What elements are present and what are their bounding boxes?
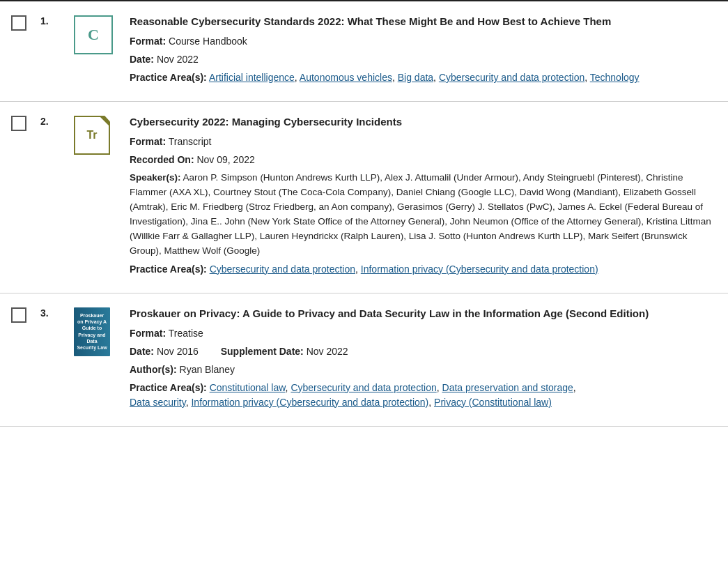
- date-value-3: Nov 2016: [157, 346, 199, 357]
- practice-link[interactable]: Cybersecurity and data protection: [439, 72, 584, 83]
- practice-link[interactable]: Information privacy (Cybersecurity and d…: [361, 264, 598, 275]
- checkbox-3[interactable]: [11, 307, 26, 323]
- result-item-1: 1. C Reasonable Cybersecurity Standards …: [0, 1, 728, 102]
- result-list: 1. C Reasonable Cybersecurity Standards …: [0, 0, 728, 427]
- date-row-1: Date: Nov 2022: [130, 52, 717, 67]
- practice-links-2: Cybersecurity and data protection, Infor…: [210, 264, 598, 275]
- practice-link[interactable]: Cybersecurity and data protection: [210, 264, 355, 275]
- format-row-3: Format: Treatise: [130, 326, 717, 341]
- format-row-1: Format: Course Handbook: [130, 34, 717, 49]
- icon-area-2: Tr: [74, 114, 121, 155]
- icon-area-3: Proskauer on Privacy A Guide to Privacy …: [74, 306, 121, 356]
- content-area-3: Proskauer on Privacy: A Guide to Privacy…: [130, 306, 717, 413]
- treatise-icon: Proskauer on Privacy A Guide to Privacy …: [74, 307, 110, 356]
- recorded-value: Nov 09, 2022: [196, 154, 254, 165]
- speakers-value: Aaron P. Simpson (Hunton Andrews Kurth L…: [130, 172, 711, 256]
- format-label-1: Format:: [130, 36, 166, 47]
- supplement-label: Supplement Date:: [221, 346, 304, 357]
- supplement-value: Nov 2022: [307, 346, 348, 357]
- item-number-3: 3.: [40, 306, 65, 319]
- practice-link[interactable]: Privacy (Constitutional law): [434, 397, 552, 408]
- practice-links-1: Artificial intelligence, Autonomous vehi…: [209, 72, 640, 83]
- practice-label-3: Practice Area(s):: [130, 382, 207, 393]
- item-title-3: Proskauer on Privacy: A Guide to Privacy…: [130, 306, 717, 321]
- practice-link[interactable]: Data preservation and storage: [442, 382, 573, 393]
- recorded-label: Recorded On:: [130, 154, 194, 165]
- practice-label-1: Practice Area(s):: [130, 72, 207, 83]
- item-number-2: 2.: [40, 114, 65, 127]
- content-area-1: Reasonable Cybersecurity Standards 2022:…: [130, 14, 717, 89]
- icon-area-1: C: [74, 14, 121, 54]
- result-item-2: 2. Tr Cybersecurity 2022: Managing Cyber…: [0, 102, 728, 293]
- course-icon: C: [74, 15, 113, 54]
- author-label: Author(s):: [130, 364, 177, 375]
- speakers-label: Speaker(s):: [130, 172, 181, 183]
- practice-link[interactable]: Autonomous vehicles: [300, 72, 392, 83]
- practice-link[interactable]: Technology: [590, 72, 640, 83]
- date-label-3: Date:: [130, 346, 154, 357]
- checkbox-area-1: [11, 14, 32, 31]
- format-value-2: Transcript: [169, 136, 212, 147]
- item-number-1: 1.: [40, 14, 65, 26]
- format-value-3: Treatise: [169, 328, 203, 339]
- author-row: Author(s): Ryan Blaney: [130, 362, 717, 377]
- practice-link[interactable]: Artificial intelligence: [209, 72, 295, 83]
- practice-link[interactable]: Data security: [130, 397, 186, 408]
- format-label-2: Format:: [130, 136, 166, 147]
- recorded-row: Recorded On: Nov 09, 2022: [130, 153, 717, 167]
- result-item-3: 3. Proskauer on Privacy A Guide to Priva…: [0, 293, 728, 427]
- supplement-container: Supplement Date: Nov 2022: [221, 346, 348, 357]
- date-label-1: Date:: [130, 54, 154, 65]
- author-value: Ryan Blaney: [180, 364, 235, 375]
- practice-link[interactable]: Constitutional law: [210, 382, 286, 393]
- checkbox-2[interactable]: [11, 116, 26, 131]
- checkbox-1[interactable]: [11, 15, 26, 31]
- format-row-2: Format: Transcript: [130, 135, 717, 149]
- checkbox-area-3: [11, 306, 32, 323]
- speakers-row: Speaker(s): Aaron P. Simpson (Hunton And…: [130, 171, 717, 259]
- practice-link[interactable]: Cybersecurity and data protection: [291, 382, 436, 393]
- practice-link[interactable]: Information privacy (Cybersecurity and d…: [191, 397, 428, 408]
- transcript-icon: Tr: [74, 116, 110, 155]
- checkbox-area-2: [11, 114, 32, 131]
- practice-label-2: Practice Area(s):: [130, 264, 207, 275]
- item-title-1: Reasonable Cybersecurity Standards 2022:…: [130, 14, 717, 29]
- content-area-2: Cybersecurity 2022: Managing Cybersecuri…: [130, 114, 717, 280]
- date-value-1: Nov 2022: [157, 54, 199, 65]
- format-value-1: Course Handbook: [169, 36, 247, 47]
- format-label-3: Format:: [130, 328, 166, 339]
- practice-row-1: Practice Area(s): Artificial intelligenc…: [130, 70, 717, 85]
- date-supplement-row: Date: Nov 2016 Supplement Date: Nov 2022: [130, 344, 717, 359]
- item-title-2: Cybersecurity 2022: Managing Cybersecuri…: [130, 114, 717, 129]
- practice-link[interactable]: Big data: [398, 72, 433, 83]
- practice-row-3: Practice Area(s): Constitutional law, Cy…: [130, 381, 717, 410]
- practice-row-2: Practice Area(s): Cybersecurity and data…: [130, 262, 717, 277]
